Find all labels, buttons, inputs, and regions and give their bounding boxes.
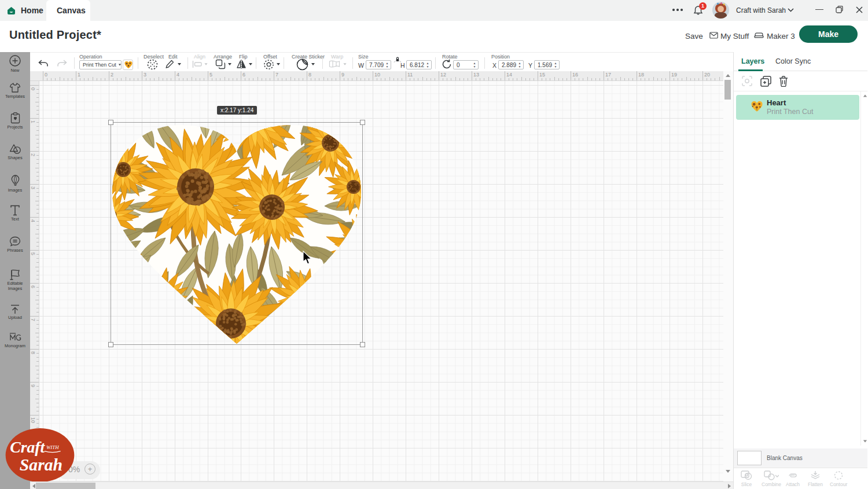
svg-text:Craft: Craft [10, 438, 45, 456]
svg-text:WITH: WITH [46, 444, 59, 450]
svg-text:Sarah: Sarah [20, 455, 62, 474]
